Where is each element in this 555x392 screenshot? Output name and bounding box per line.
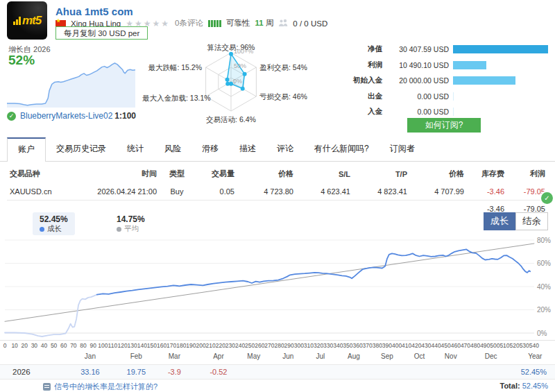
- trade-cell: 0.05: [194, 183, 237, 201]
- year-label: 2026: [12, 368, 31, 376]
- x-tick-label: 100: [98, 342, 108, 349]
- account-leverage: 1:100: [114, 111, 136, 121]
- x-tick-label: 110: [108, 342, 118, 349]
- stat-row-1: 利润10 490.10 USD: [350, 60, 552, 70]
- growth-value: 52%: [8, 53, 35, 68]
- tab-4[interactable]: 滑移: [191, 137, 229, 161]
- x-tick-label: 90: [89, 342, 96, 349]
- radar-axis-drawdown: 最大跌幅: 15.2%: [142, 63, 202, 73]
- how-to-subscribe-button[interactable]: 如何订阅?: [407, 118, 481, 133]
- growth-help-link[interactable]: 信号中的增长率是怎样计算的?: [43, 382, 157, 392]
- x-tick-label: 530: [520, 342, 529, 349]
- growth-chart-svg[interactable]: 0%20%40%60%80%: [0, 235, 555, 343]
- month-label: Apr: [213, 352, 224, 360]
- totals-empty-cell: [160, 201, 194, 218]
- x-tick-label: 480: [470, 342, 480, 349]
- verified-floating-badge[interactable]: ✓: [541, 192, 553, 204]
- account-name-link[interactable]: BlueberryMarkets-Live02: [20, 111, 114, 121]
- logo-text: mt5: [22, 14, 41, 28]
- x-tick-label: 40: [41, 342, 47, 349]
- x-tick-label: 120: [117, 342, 127, 349]
- trade-cell: 4 707.99: [410, 183, 467, 201]
- x-tick-label: 180: [176, 342, 186, 349]
- totals-empty-cell: [194, 201, 237, 218]
- svg-text:60%: 60%: [537, 259, 551, 267]
- x-tick-label: 20: [22, 342, 28, 349]
- chart-month-labels: JanFebMarAprMayJunJulAugSepOctNovDecYear: [0, 352, 555, 361]
- legend-growth-pct: 52.45%: [40, 214, 68, 224]
- x-tick-label: 330: [323, 342, 333, 349]
- chart-toggle-1[interactable]: 结余: [515, 212, 548, 230]
- x-tick-label: 380: [373, 342, 382, 349]
- chart-toggle-0[interactable]: 成长: [484, 212, 516, 230]
- x-tick-label: 230: [225, 342, 235, 349]
- stat-bar-track: [453, 76, 552, 85]
- reliability-label: 可靠性: [226, 18, 250, 28]
- trade-cell: 4 823.41: [353, 183, 410, 201]
- tab-3[interactable]: 风险: [154, 137, 191, 161]
- stat-bar: [453, 61, 486, 69]
- footer-bar: 信号中的增长率是怎样计算的? Total: 52.45%: [0, 380, 555, 392]
- stat-value: 10 490.10 USD: [385, 61, 449, 69]
- x-tick-label: 540: [529, 342, 539, 349]
- radar-ring-50: 50%: [234, 62, 246, 69]
- tab-7[interactable]: 有什么新闻吗?: [304, 137, 379, 161]
- tab-6[interactable]: 评论: [266, 137, 304, 161]
- stat-bar: [453, 108, 454, 116]
- totals-empty-cell: [237, 201, 296, 218]
- tab-1[interactable]: 交易历史记录: [46, 137, 117, 161]
- col-header: 时间: [94, 164, 160, 183]
- svg-text:40%: 40%: [537, 283, 551, 291]
- trade-cell: -3.46: [467, 183, 507, 201]
- x-tick-label: 470: [461, 342, 470, 349]
- x-tick-label: 260: [255, 342, 264, 349]
- monthly-value: -3.9: [168, 368, 181, 376]
- tab-5[interactable]: 描述: [229, 137, 266, 161]
- x-tick-label: 440: [431, 342, 441, 349]
- average-dot-icon: [117, 227, 121, 232]
- overview-section: 增长自 2026 52% ✓ BlueberryMarkets-Live02 1…: [0, 42, 555, 139]
- x-tick-label: 400: [392, 342, 402, 349]
- stat-label: 利润: [350, 60, 382, 70]
- logo-bars-icon: [13, 17, 21, 25]
- month-label: May: [247, 352, 260, 360]
- x-tick-label: 210: [206, 342, 216, 349]
- legend-average-chip[interactable]: 14.75% 平均: [110, 212, 152, 235]
- month-label: Aug: [348, 352, 360, 360]
- trades-totals-row: -3.46-79.05: [7, 201, 548, 218]
- tab-2[interactable]: 统计: [117, 137, 154, 161]
- legend-average-pct: 14.75%: [117, 214, 145, 224]
- month-label: Feb: [130, 352, 142, 360]
- funds-amount: 0 / 0 USD: [293, 19, 327, 28]
- x-tick-label: 460: [451, 342, 461, 349]
- radar-ring-0: 0%: [233, 78, 242, 85]
- radar-ring-100: 100+%: [234, 48, 253, 55]
- trade-cell: 4 623.41: [296, 183, 353, 201]
- stat-bar: [453, 92, 454, 101]
- stat-bar: [453, 76, 515, 85]
- svg-text:80%: 80%: [537, 237, 551, 244]
- signal-logo: mt5: [7, 1, 47, 40]
- reviews-count[interactable]: 0条评论: [175, 18, 203, 28]
- reliability-bars-icon: [208, 20, 221, 27]
- x-tick-label: 510: [500, 342, 509, 349]
- x-tick-label: 250: [245, 342, 255, 349]
- x-tick-label: 160: [157, 342, 166, 349]
- x-tick-label: 200: [196, 342, 205, 349]
- tab-0[interactable]: 账户: [7, 137, 46, 162]
- monthly-value: -0.52: [210, 368, 227, 376]
- legend-growth-chip[interactable]: 52.45% 成长: [33, 212, 75, 235]
- month-label: Jun: [282, 352, 293, 360]
- trade-cell: 2026.04.24 21:00: [94, 183, 160, 201]
- stat-row-2: 初始入金20 000.00 USD: [350, 76, 552, 85]
- stat-row-4: 入金0.00 USD: [350, 107, 552, 117]
- col-header: T/P: [353, 164, 410, 183]
- copy-subscribe-button[interactable]: 每月复制 30 USD per: [56, 26, 148, 40]
- stat-bar-track: [453, 45, 552, 53]
- x-tick-label: 320: [314, 342, 323, 349]
- x-tick-label: 500: [490, 342, 500, 349]
- month-label: Oct: [414, 352, 425, 360]
- x-tick-label: 220: [216, 342, 225, 349]
- tab-8[interactable]: 订阅者: [379, 137, 425, 161]
- x-tick-label: 150: [147, 342, 157, 349]
